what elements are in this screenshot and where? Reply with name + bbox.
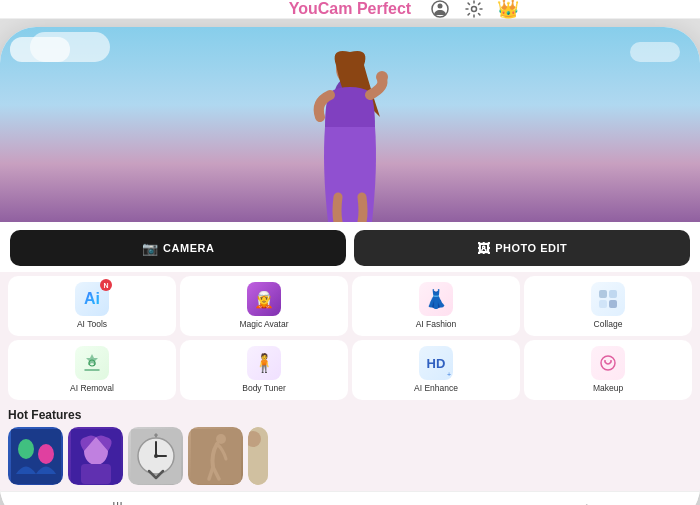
hot-feature-card-5[interactable]	[248, 427, 268, 485]
svg-point-11	[601, 356, 615, 370]
ai-enhance-icon: HD +	[419, 346, 453, 380]
magic-avatar-label: Magic Avatar	[240, 319, 289, 329]
body-tuner-icon: 🧍	[247, 346, 281, 380]
hero-image	[0, 27, 700, 222]
ai-fashion-icon: 👗	[419, 282, 453, 316]
makeup-label: Makeup	[593, 383, 623, 393]
nav-back-button[interactable]: <	[566, 496, 602, 506]
hot-feature-card-1[interactable]	[8, 427, 63, 485]
photo-edit-button[interactable]: 🖼 PHOTO EDIT	[354, 230, 690, 266]
hot-feature-card-3[interactable]	[128, 427, 183, 485]
svg-point-16	[38, 444, 54, 464]
makeup-icon	[591, 346, 625, 380]
svg-rect-7	[609, 290, 617, 298]
nav-home-button[interactable]: ○	[333, 496, 369, 506]
hot-features-section: Hot Features	[0, 404, 700, 491]
hot-card-1-bg	[8, 427, 63, 485]
svg-rect-19	[81, 464, 111, 484]
svg-point-1	[438, 4, 443, 9]
feature-body-tuner[interactable]: 🧍 Body Tuner	[180, 340, 348, 400]
bottom-nav: ||| ○ <	[0, 491, 700, 505]
feature-makeup[interactable]: Makeup	[524, 340, 692, 400]
phone-frame: 📷 CAMERA 🖼 PHOTO EDIT Ai N AI Tools	[0, 27, 700, 505]
top-bar-icons: 👑	[428, 0, 520, 21]
svg-point-12	[604, 360, 606, 362]
camera-btn-icon: 📷	[142, 241, 159, 256]
settings-icon[interactable]	[462, 0, 486, 21]
collage-icon	[591, 282, 625, 316]
hot-card-2-bg	[68, 427, 123, 485]
crown-icon[interactable]: 👑	[496, 0, 520, 21]
ai-enhance-label: AI Enhance	[414, 383, 458, 393]
feature-ai-removal[interactable]: AI Removal	[8, 340, 176, 400]
svg-point-2	[472, 7, 477, 12]
body-tuner-label: Body Tuner	[242, 383, 285, 393]
feature-grid: Ai N AI Tools 🧝 Magic Avatar 👗	[0, 272, 700, 404]
logo-perfect: Perfect	[353, 0, 412, 17]
ai-tools-icon: Ai N	[75, 282, 109, 316]
feature-ai-enhance[interactable]: HD + AI Enhance	[352, 340, 520, 400]
collage-label: Collage	[594, 319, 623, 329]
logo-youcam: YouCam	[289, 0, 353, 17]
svg-point-24	[154, 454, 158, 458]
top-bar: YouCam Perfect 👑	[0, 0, 700, 19]
feature-magic-avatar[interactable]: 🧝 Magic Avatar	[180, 276, 348, 336]
feature-ai-fashion[interactable]: 👗 AI Fashion	[352, 276, 520, 336]
photo-edit-btn-icon: 🖼	[477, 241, 491, 256]
feature-collage[interactable]: Collage	[524, 276, 692, 336]
hot-features-scroll	[8, 427, 692, 487]
svg-point-13	[610, 360, 612, 362]
hot-card-4-bg	[188, 427, 243, 485]
magic-avatar-icon: 🧝	[247, 282, 281, 316]
camera-btn-label: CAMERA	[163, 242, 214, 254]
ai-tools-badge: N	[100, 279, 112, 291]
camera-button[interactable]: 📷 CAMERA	[10, 230, 346, 266]
hot-feature-card-4[interactable]	[188, 427, 243, 485]
profile-icon[interactable]	[428, 0, 452, 21]
svg-rect-9	[609, 300, 617, 308]
action-buttons-row: 📷 CAMERA 🖼 PHOTO EDIT	[0, 222, 700, 272]
svg-rect-8	[599, 300, 607, 308]
ai-fashion-label: AI Fashion	[416, 319, 457, 329]
ai-removal-label: AI Removal	[70, 383, 114, 393]
hot-features-title: Hot Features	[8, 408, 692, 422]
photo-edit-btn-label: PHOTO EDIT	[495, 242, 567, 254]
feature-ai-tools[interactable]: Ai N AI Tools	[8, 276, 176, 336]
hot-feature-card-2[interactable]	[68, 427, 123, 485]
page-wrapper: YouCam Perfect 👑	[0, 0, 700, 505]
nav-menu-button[interactable]: |||	[98, 496, 137, 506]
ai-removal-icon	[75, 346, 109, 380]
hot-card-3-bg	[128, 427, 183, 485]
ai-tools-label: AI Tools	[77, 319, 107, 329]
svg-rect-6	[599, 290, 607, 298]
app-logo: YouCam Perfect	[289, 0, 411, 18]
svg-point-5	[376, 71, 388, 83]
svg-point-15	[18, 439, 34, 459]
